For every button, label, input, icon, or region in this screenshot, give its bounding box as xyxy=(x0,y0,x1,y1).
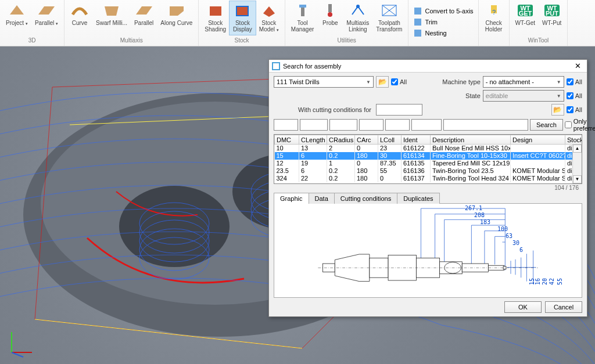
dimension-label: 16 xyxy=(535,278,541,285)
table-cell: 87.35 xyxy=(378,160,402,167)
table-row[interactable]: 23.560.218055616136Twin-Boring Tool 23.5… xyxy=(275,167,583,175)
cutcond-all-checkbox[interactable]: All xyxy=(567,106,582,113)
grid-counter: 104 / 176 xyxy=(274,184,582,191)
search-field-3[interactable] xyxy=(329,119,357,131)
ribbon-small-label: Nesting xyxy=(425,30,446,37)
svg-text:PUT: PUT xyxy=(546,10,558,17)
table-cell: 0.2 xyxy=(327,175,355,182)
table-row[interactable]: 1560.218030616134Fine-Boring Tool 10-15x… xyxy=(275,152,583,160)
ribbon-label: WT-Get xyxy=(515,20,535,26)
column-header[interactable]: Ident xyxy=(402,135,431,145)
dimension-label: 55 xyxy=(557,278,563,285)
all-checkbox[interactable]: All xyxy=(391,78,407,85)
wtput-button[interactable]: WTPUTWT-Put xyxy=(539,1,565,35)
ribbon-label: Curve xyxy=(72,20,88,26)
multiaxis-linking-button[interactable]: MultiaxisLinking xyxy=(343,1,372,35)
dimension-label: 20 xyxy=(542,278,548,285)
ribbon-group-caption xyxy=(481,43,507,45)
table-row[interactable]: 12191087.35616135Tapered End Mill SC 12x… xyxy=(275,160,583,167)
search-field-2[interactable] xyxy=(300,119,328,131)
ribbon-label: Parallel xyxy=(134,20,153,26)
search-field-4[interactable] xyxy=(359,119,383,131)
ribbon-group-caption: Stock xyxy=(201,37,282,45)
search-field-7[interactable] xyxy=(443,119,528,131)
grid-scrollbar[interactable]: ▲▼ xyxy=(572,145,582,183)
only-preferred-label: Only preferred xyxy=(574,118,595,132)
search-field-1[interactable] xyxy=(274,119,298,131)
ribbon-group-caption xyxy=(411,43,475,45)
folder-open-button[interactable]: 📂 xyxy=(376,76,389,88)
machine-all-checkbox[interactable]: All xyxy=(567,78,582,85)
probe-icon xyxy=(321,2,339,19)
results-grid[interactable]: DMCCLengthCRadiusCArcLCollIdentDescripti… xyxy=(274,134,582,184)
along-curve-button[interactable]: Along Curve xyxy=(157,1,196,35)
probe-button[interactable]: Probe xyxy=(317,1,343,35)
table-cell: 55 xyxy=(378,167,402,175)
table-cell: Twin-Boring Tool 23.5 xyxy=(431,167,511,175)
parallel-button[interactable]: Parallel ▾ xyxy=(31,1,62,35)
svg-rect-5 xyxy=(328,4,332,12)
svg-rect-10 xyxy=(414,19,421,26)
ribbon-label: Probe xyxy=(322,20,338,26)
convert5axis-button[interactable]: Convert to 5-axis xyxy=(413,6,473,16)
column-header[interactable]: CLength xyxy=(299,135,327,145)
stock-display-button[interactable]: StockDisplay xyxy=(230,1,256,35)
tab-graphic[interactable]: Graphic xyxy=(274,193,309,204)
tab-duplicates[interactable]: Duplicates xyxy=(397,193,439,204)
svg-point-7 xyxy=(356,5,360,8)
wtget-button[interactable]: WTGETWT-Get xyxy=(512,1,539,35)
column-header[interactable]: DMC xyxy=(275,135,299,145)
column-header[interactable]: Design xyxy=(511,135,565,145)
ribbon-label: Project ▾ xyxy=(6,20,28,27)
table-cell: 0 xyxy=(355,160,378,167)
cutting-cond-input[interactable] xyxy=(376,104,422,116)
cancel-button[interactable]: Cancel xyxy=(545,301,582,313)
all-label: All xyxy=(575,92,582,99)
table-cell: 0.2 xyxy=(327,167,355,175)
column-header[interactable]: CArc xyxy=(355,135,378,145)
stock-model-button[interactable]: StockModel ▾ xyxy=(256,1,282,35)
column-header[interactable]: LColl xyxy=(378,135,402,145)
check-holder-button[interactable]: ?CheckHolder xyxy=(481,1,507,35)
cutting-cond-label: With cutting conditions for xyxy=(274,106,374,113)
swarf-button[interactable]: Swarf Milli... xyxy=(92,1,131,35)
dialog-titlebar[interactable]: Search for assembly ✕ xyxy=(269,60,587,73)
svg-rect-11 xyxy=(414,30,421,37)
table-cell: 6 xyxy=(299,167,327,175)
search-button[interactable]: Search xyxy=(530,119,563,131)
table-row[interactable]: 324220.21800616137Twin-Boring Tool Head … xyxy=(275,175,583,182)
table-row[interactable]: 10132023616122Bull Nose End Mill HSS 10x… xyxy=(275,145,583,152)
parallel2-button[interactable]: Parallel xyxy=(131,1,157,35)
svg-rect-1 xyxy=(236,6,248,16)
tab-cutting-conditions[interactable]: Cutting conditions xyxy=(334,193,397,204)
stock-shading-button[interactable]: StockShading xyxy=(201,1,230,35)
table-cell: 180 xyxy=(355,175,378,182)
column-header[interactable]: Stockst. xyxy=(565,135,583,145)
table-cell: Bull Nose End Mill HSS 10x1... xyxy=(431,145,511,152)
toolpath-transform-button[interactable]: ToolpathTransform xyxy=(372,1,406,35)
machine-type-combo[interactable]: - no attachment -▼ xyxy=(483,76,564,88)
close-icon[interactable]: ✕ xyxy=(571,62,585,70)
scroll-down-icon[interactable]: ▼ xyxy=(573,175,582,183)
class-combo[interactable]: 111 Twist Drills▼ xyxy=(274,76,374,88)
tab-data[interactable]: Data xyxy=(309,193,335,204)
state-all-checkbox[interactable]: All xyxy=(567,92,582,99)
column-header[interactable]: Description xyxy=(431,135,511,145)
column-header[interactable]: CRadius xyxy=(327,135,355,145)
ok-button[interactable]: OK xyxy=(504,301,542,313)
search-field-6[interactable] xyxy=(411,119,442,131)
scroll-up-icon[interactable]: ▲ xyxy=(573,145,582,153)
table-cell: 15 xyxy=(275,152,299,160)
svg-line-35 xyxy=(12,352,23,357)
nesting-button[interactable]: Nesting xyxy=(413,28,473,38)
project-button[interactable]: Project ▾ xyxy=(2,1,31,35)
table-cell: 13 xyxy=(299,145,327,152)
search-field-5[interactable] xyxy=(385,119,410,131)
trim-button[interactable]: Trim xyxy=(413,17,473,27)
tool-manager-button[interactable]: ToolManager xyxy=(288,1,317,35)
curve-button[interactable]: Curve xyxy=(67,1,92,35)
cutting-cond-browse-button[interactable]: 📂 xyxy=(551,104,564,116)
ribbon-group-caption: Utilities xyxy=(288,37,406,45)
only-preferred-checkbox[interactable]: Only preferred xyxy=(565,118,595,132)
svg-rect-4 xyxy=(299,5,306,8)
